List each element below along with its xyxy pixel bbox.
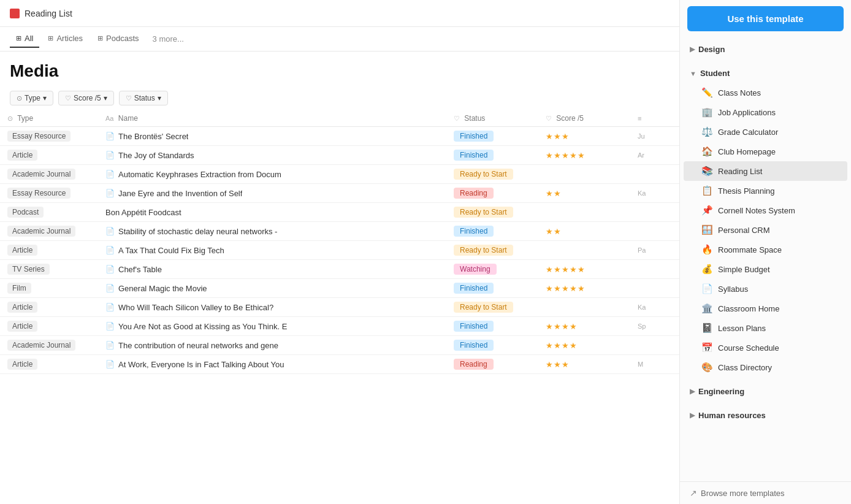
doc-icon: 📄 xyxy=(105,170,115,178)
cell-name[interactable]: 📄Chef's Table xyxy=(98,260,446,279)
name-text: Who Will Teach Silicon Valley to Be Ethi… xyxy=(118,303,273,312)
name-cell: 📄Jane Eyre and the Invention of Self xyxy=(105,189,439,198)
cell-name[interactable]: 📄Automatic Keyphrases Extraction from Do… xyxy=(98,165,446,184)
cell-name[interactable]: 📄Jane Eyre and the Invention of Self xyxy=(98,184,446,203)
name-cell: 📄Chef's Table xyxy=(105,265,439,274)
sidebar-item-syllabus[interactable]: 📄Syllabus xyxy=(684,279,847,299)
name-text: Bon Appétit Foodcast xyxy=(105,208,181,217)
filter-score-button[interactable]: ♡ Score /5 ▾ xyxy=(58,91,114,105)
name-cell: 📄You Are Not as Good at Kissing as You T… xyxy=(105,322,439,331)
cell-type: Article xyxy=(0,146,98,165)
col-header-score: ♡ Score /5 xyxy=(538,110,630,127)
sidebar-item-label: Thesis Planning xyxy=(718,186,775,196)
cell-type: Academic Journal xyxy=(0,336,98,355)
table-row[interactable]: Academic Journal📄Stability of stochastic… xyxy=(0,222,679,241)
stars-display: ★★★★ xyxy=(546,341,578,350)
cell-name[interactable]: 📄Stability of stochastic delay neural ne… xyxy=(98,222,446,241)
cell-name[interactable]: 📄General Magic the Movie xyxy=(98,279,446,298)
tab-all-icon: ⊞ xyxy=(16,34,21,42)
section-label: Student xyxy=(700,69,730,78)
cell-name[interactable]: 📄The Joy of Standards xyxy=(98,146,446,165)
cell-type: Podcast xyxy=(0,203,98,222)
sidebar-item-thesis-planning[interactable]: 📋Thesis Planning xyxy=(684,181,847,200)
cell-name[interactable]: 📄Who Will Teach Silicon Valley to Be Eth… xyxy=(98,298,446,317)
cell-name[interactable]: Bon Appétit Foodcast xyxy=(98,203,446,222)
cell-name[interactable]: 📄A Tax That Could Fix Big Tech xyxy=(98,241,446,260)
table-row[interactable]: TV Series📄Chef's TableWatching★★★★★ xyxy=(0,260,679,279)
tab-articles[interactable]: ⊞ Articles xyxy=(42,30,89,48)
cell-extra: Ju xyxy=(630,127,679,146)
sidebar-section-student: ▼Student✏️Class Notes🏢Job Applications⚖️… xyxy=(680,61,851,380)
sidebar-item-icon: 🏛️ xyxy=(701,303,713,314)
sidebar-item-icon: 🎨 xyxy=(701,362,713,373)
sidebar-item-label: Reading List xyxy=(718,167,762,176)
sidebar-section-header-1[interactable]: ▼Student xyxy=(680,64,851,83)
sidebar-item-course-schedule[interactable]: 📅Course Schedule xyxy=(684,338,847,357)
cell-name[interactable]: 📄The contribution of neural networks and… xyxy=(98,336,446,355)
more-tabs-button[interactable]: 3 more... xyxy=(148,31,189,47)
stars-display: ★★★★★ xyxy=(546,151,586,160)
table-row[interactable]: Essay Resource📄The Brontës' SecretFinish… xyxy=(0,127,679,146)
table-row[interactable]: Article📄Who Will Teach Silicon Valley to… xyxy=(0,298,679,317)
page-header: Reading List xyxy=(0,0,679,27)
table-row[interactable]: Article📄You Are Not as Good at Kissing a… xyxy=(0,317,679,336)
cell-status: Finished xyxy=(446,336,538,355)
sidebar-item-roommate-space[interactable]: 🔥Roommate Space xyxy=(684,240,847,259)
sidebar-section-header-0[interactable]: ▶Design xyxy=(680,40,851,59)
section-label: Engineering xyxy=(698,387,744,396)
sidebar-section-header-2[interactable]: ▶Engineering xyxy=(680,382,851,401)
col-header-status: ♡ Status xyxy=(446,110,538,127)
cell-score: ★★ xyxy=(538,184,630,203)
use-template-button[interactable]: Use this template xyxy=(687,6,844,31)
sidebar-item-club-homepage[interactable]: 🏠Club Homepage xyxy=(684,142,847,161)
section-arrow: ▶ xyxy=(690,388,695,395)
cell-name[interactable]: 📄The Brontës' Secret xyxy=(98,127,446,146)
doc-icon: 📄 xyxy=(105,132,115,140)
cell-score xyxy=(538,241,630,260)
sidebar-item-simple-budget[interactable]: 💰Simple Budget xyxy=(684,259,847,279)
tab-podcasts[interactable]: ⊞ Podcasts xyxy=(91,30,145,48)
sidebar-item-class-directory[interactable]: 🎨Class Directory xyxy=(684,357,847,377)
sidebar-item-icon: 📓 xyxy=(701,323,713,334)
sidebar-item-label: Lesson Plans xyxy=(718,324,766,333)
filter-type-chevron: ▾ xyxy=(43,94,47,102)
table-row[interactable]: Academic Journal📄The contribution of neu… xyxy=(0,336,679,355)
tab-all[interactable]: ⊞ All xyxy=(10,30,39,48)
table-row[interactable]: Article📄A Tax That Could Fix Big TechRea… xyxy=(0,241,679,260)
cell-name[interactable]: 📄At Work, Everyone Is in Fact Talking Ab… xyxy=(98,355,446,374)
name-text: The Joy of Standards xyxy=(118,151,194,160)
table-row[interactable]: Academic Journal📄Automatic Keyphrases Ex… xyxy=(0,165,679,184)
stars-display: ★★★ xyxy=(546,132,570,141)
table-row[interactable]: Article📄At Work, Everyone Is in Fact Tal… xyxy=(0,355,679,374)
cell-name[interactable]: 📄You Are Not as Good at Kissing as You T… xyxy=(98,317,446,336)
cell-score: ★★★★ xyxy=(538,336,630,355)
doc-icon: 📄 xyxy=(105,227,115,235)
sidebar-item-class-notes[interactable]: ✏️Class Notes xyxy=(684,83,847,102)
sidebar-item-lesson-plans[interactable]: 📓Lesson Plans xyxy=(684,318,847,338)
cell-status: Finished xyxy=(446,146,538,165)
browse-templates-button[interactable]: ↗ Browse more templates xyxy=(680,481,851,504)
name-text: A Tax That Could Fix Big Tech xyxy=(118,246,224,255)
filter-type-button[interactable]: ⊙ Type ▾ xyxy=(10,91,53,105)
sidebar-item-grade-calculator[interactable]: ⚖️Grade Calculator xyxy=(684,122,847,142)
sidebar-item-classroom-home[interactable]: 🏛️Classroom Home xyxy=(684,299,847,318)
table-row[interactable]: Essay Resource📄Jane Eyre and the Inventi… xyxy=(0,184,679,203)
sidebar-item-personal-crm[interactable]: 🪟Personal CRM xyxy=(684,220,847,240)
cell-extra: Pa xyxy=(630,241,679,260)
sidebar-item-label: Syllabus xyxy=(718,284,748,294)
table-row[interactable]: Film📄General Magic the MovieFinished★★★★… xyxy=(0,279,679,298)
page-title: Media xyxy=(10,61,670,81)
filter-status-button[interactable]: ♡ Status ▾ xyxy=(119,91,168,105)
name-cell: 📄The Joy of Standards xyxy=(105,151,439,160)
sidebar-section-header-3[interactable]: ▶Human resources xyxy=(680,406,851,425)
sidebar-item-reading-list[interactable]: 📚Reading List xyxy=(684,161,847,181)
cell-status: Finished xyxy=(446,279,538,298)
table-row[interactable]: Article📄The Joy of StandardsFinished★★★★… xyxy=(0,146,679,165)
table-row[interactable]: PodcastBon Appétit FoodcastReady to Star… xyxy=(0,203,679,222)
sidebar-item-job-applications[interactable]: 🏢Job Applications xyxy=(684,102,847,122)
name-text: The Brontës' Secret xyxy=(118,132,188,141)
sidebar-item-icon: ✏️ xyxy=(701,87,713,98)
sidebar-section-human-resources: ▶Human resources xyxy=(680,403,851,427)
cell-score: ★★★★★ xyxy=(538,146,630,165)
sidebar-item-cornell-notes-system[interactable]: 📌Cornell Notes System xyxy=(684,200,847,220)
